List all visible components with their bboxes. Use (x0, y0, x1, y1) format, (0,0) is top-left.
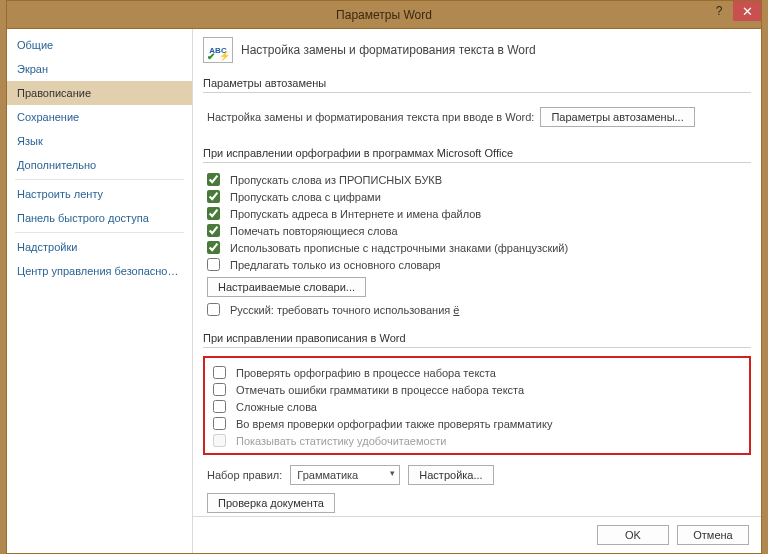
sidebar-item-save[interactable]: Сохранение (7, 105, 192, 129)
mark-grammar-typing-checkbox[interactable] (213, 383, 226, 396)
titlebar: Параметры Word ? ✕ (7, 1, 761, 29)
sidebar-item-display[interactable]: Экран (7, 57, 192, 81)
highlighted-options: Проверять орфографию в процессе набора т… (203, 356, 751, 455)
russian-yo-checkbox[interactable] (207, 303, 220, 316)
section-office-spelling: При исправлении орфографии в программах … (203, 143, 751, 163)
main-dict-only-checkbox[interactable] (207, 258, 220, 271)
ignore-uppercase-checkbox[interactable] (207, 173, 220, 186)
options-dialog: Параметры Word ? ✕ Общие Экран Правописа… (6, 0, 762, 554)
ok-button[interactable]: OK (597, 525, 669, 545)
window-title: Параметры Word (336, 8, 432, 22)
sidebar-item-quick-access[interactable]: Панель быстрого доступа (7, 206, 192, 230)
ignore-urls-checkbox[interactable] (207, 207, 220, 220)
ruleset-settings-button[interactable]: Настройка... (408, 465, 493, 485)
autocorrect-options-button[interactable]: Параметры автозамены... (540, 107, 694, 127)
sidebar-item-language[interactable]: Язык (7, 129, 192, 153)
section-word-spelling: При исправлении правописания в Word (203, 328, 751, 348)
ruleset-label: Набор правил: (207, 469, 282, 481)
dialog-footer: OK Отмена (193, 516, 761, 553)
sidebar-item-customize-ribbon[interactable]: Настроить ленту (7, 182, 192, 206)
close-button[interactable]: ✕ (733, 1, 761, 21)
sidebar-item-proofing[interactable]: Правописание (7, 81, 192, 105)
options-content: ABC ✔⚡ Настройка замены и форматирования… (193, 29, 761, 516)
sidebar-item-advanced[interactable]: Дополнительно (7, 153, 192, 177)
cancel-button[interactable]: Отмена (677, 525, 749, 545)
ignore-numbers-checkbox[interactable] (207, 190, 220, 203)
sidebar-item-general[interactable]: Общие (7, 33, 192, 57)
sidebar-item-trust-center[interactable]: Центр управления безопасностью (7, 259, 192, 283)
french-caps-checkbox[interactable] (207, 241, 220, 254)
flag-repeated-checkbox[interactable] (207, 224, 220, 237)
category-sidebar: Общие Экран Правописание Сохранение Язык… (7, 29, 193, 553)
page-heading: Настройка замены и форматирования текста… (241, 43, 536, 57)
custom-dictionaries-button[interactable]: Настраиваемые словари... (207, 277, 366, 297)
sidebar-item-addins[interactable]: Надстройки (7, 235, 192, 259)
check-grammar-with-spelling-checkbox[interactable] (213, 417, 226, 430)
autocorrect-label: Настройка замены и форматирования текста… (207, 111, 534, 123)
check-spelling-typing-checkbox[interactable] (213, 366, 226, 379)
section-autocorrect: Параметры автозамены (203, 73, 751, 93)
proofing-icon: ABC ✔⚡ (203, 37, 233, 63)
check-document-button[interactable]: Проверка документа (207, 493, 335, 513)
readability-stats-checkbox (213, 434, 226, 447)
help-button[interactable]: ? (705, 1, 733, 21)
compound-words-checkbox[interactable] (213, 400, 226, 413)
ruleset-select[interactable]: Грамматика (290, 465, 400, 485)
